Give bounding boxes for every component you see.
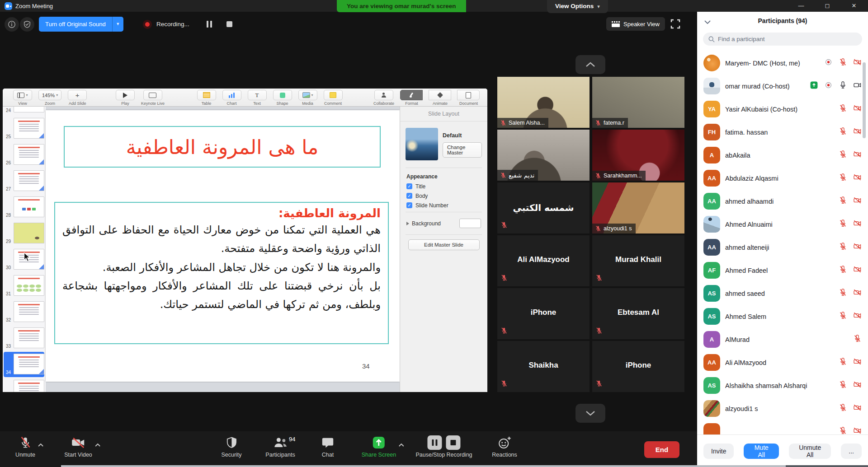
change-master-button[interactable]: Change Master: [443, 142, 482, 158]
chevron-up-icon[interactable]: [95, 440, 100, 448]
unmute-button[interactable]: Unmute: [15, 435, 35, 458]
disclosure-triangle-icon[interactable]: [406, 222, 409, 225]
video-tile[interactable]: Salem Alsha...: [497, 77, 590, 128]
more-options-button[interactable]: ...: [841, 444, 862, 459]
checkbox-slide-number[interactable]: ✓Slide Number: [400, 201, 487, 210]
checked-checkbox-icon[interactable]: ✓: [406, 183, 412, 189]
slide-thumbnail-35[interactable]: 35: [3, 378, 46, 392]
share-screen-button[interactable]: Share Screen: [362, 435, 396, 458]
video-strip-next-button[interactable]: [576, 404, 605, 423]
checkbox-body[interactable]: ✓Body: [400, 191, 487, 201]
participant-row[interactable]: AabAkaila: [697, 144, 868, 167]
video-tile[interactable]: fatema.r: [592, 77, 684, 128]
panel-scrollbar[interactable]: [863, 62, 866, 138]
keynote-tool-shape[interactable]: Shape: [273, 90, 292, 106]
slide-thumbnail-28[interactable]: 28: [3, 194, 46, 220]
video-tile[interactable]: alzyoudi1 s: [592, 182, 684, 234]
participant-row[interactable]: alzyoudi1 s: [697, 397, 868, 420]
slide-thumbnail-31[interactable]: 31: [3, 273, 46, 299]
master-slide-thumbnail[interactable]: [406, 128, 438, 160]
keynote-tool-zoom[interactable]: 145%▾Zoom: [38, 90, 61, 106]
pause-stop-recording-button[interactable]: Pause/Stop Recording: [415, 435, 472, 458]
video-tile[interactable]: شمسه الكتبي: [497, 182, 590, 234]
slide-body-box[interactable]: المرونة العاطفية: هي العملية التي تمكنا …: [54, 202, 389, 344]
invite-button[interactable]: Invite: [703, 444, 734, 459]
keynote-tool-keynote-live[interactable]: Keynote Live: [141, 90, 165, 106]
participant-row[interactable]: AFAhmed Fadeel: [697, 259, 868, 282]
stop-recording-icon[interactable]: [226, 21, 232, 27]
meeting-info-button[interactable]: [5, 17, 19, 32]
keynote-tool-comment[interactable]: Comment: [324, 90, 343, 106]
video-tile[interactable]: Shaikha: [497, 341, 590, 392]
keynote-tool-text[interactable]: TText: [248, 90, 267, 106]
unmute-all-button[interactable]: Unmute All: [789, 444, 831, 459]
slide-thumbnail-29[interactable]: 29: [3, 220, 46, 247]
checked-checkbox-icon[interactable]: ✓: [406, 193, 412, 199]
keynote-tool-play[interactable]: Play: [116, 90, 135, 106]
participant-row[interactable]: [697, 420, 868, 435]
keynote-tool-animate[interactable]: Animate: [429, 90, 451, 106]
keynote-tool-add-slide[interactable]: +Add Slide: [68, 90, 87, 106]
checked-checkbox-icon[interactable]: ✓: [406, 202, 412, 208]
video-tile[interactable]: Murad Khalil: [592, 235, 684, 286]
slide-thumbnail-24[interactable]: 24: [3, 107, 46, 116]
end-meeting-button[interactable]: End: [644, 441, 679, 458]
participant-row[interactable]: AAahmed alhaamdi: [697, 190, 868, 213]
participant-row[interactable]: AAahmed alteneiji: [697, 236, 868, 259]
keynote-slide-navigator[interactable]: 242526272829303132333435: [3, 107, 46, 392]
chevron-up-icon[interactable]: [38, 440, 43, 448]
maximize-button[interactable]: ◻: [817, 0, 838, 12]
view-options-button[interactable]: View Options▾: [547, 0, 608, 13]
participant-row[interactable]: YAYasir AlKubaisi (Co-host): [697, 98, 868, 121]
chevron-up-icon[interactable]: [399, 440, 404, 448]
speaker-view-button[interactable]: Speaker View: [606, 17, 665, 31]
slide-thumbnail-34[interactable]: 34: [3, 351, 46, 378]
start-video-button[interactable]: Start Video: [64, 435, 92, 458]
participant-row[interactable]: omar murad (Co-host): [697, 75, 868, 98]
background-row[interactable]: Background: [400, 214, 487, 233]
slide-thumbnail-26[interactable]: 26: [3, 142, 46, 168]
video-tile[interactable]: iPhone: [497, 288, 590, 339]
participant-row[interactable]: ASahmed saeed: [697, 282, 868, 305]
participant-row[interactable]: AAAbdulaziz Alqasmi: [697, 167, 868, 190]
keynote-tool-format[interactable]: Format: [401, 90, 423, 106]
slide-thumbnail-25[interactable]: 25: [3, 116, 46, 142]
stop-recording-button[interactable]: [446, 435, 461, 450]
video-tile[interactable]: نديم شفيع: [497, 130, 590, 181]
participant-row[interactable]: FHfatima. hassan: [697, 121, 868, 144]
video-tile[interactable]: iPhone: [592, 341, 684, 392]
keynote-tool-document[interactable]: Document: [458, 90, 480, 106]
keynote-tool-view[interactable]: ▾View: [13, 90, 32, 106]
participant-row[interactable]: ASAhmed Salem: [697, 305, 868, 328]
video-tile[interactable]: Ali AlMazyood: [497, 235, 590, 286]
mute-all-button[interactable]: Mute All: [744, 444, 779, 459]
close-button[interactable]: ✕: [844, 0, 864, 12]
slide-thumbnail-27[interactable]: 27: [3, 168, 46, 194]
original-sound-dropdown[interactable]: ▼: [112, 17, 123, 32]
video-tile[interactable]: Sarahkhamm...: [592, 130, 684, 181]
background-color-well[interactable]: [459, 219, 481, 228]
search-input[interactable]: Find a participant: [703, 33, 862, 46]
minimize-button[interactable]: —: [791, 0, 811, 12]
keynote-tool-media[interactable]: ▾Media: [298, 90, 317, 106]
participants-button[interactable]: 94Participants: [265, 435, 295, 458]
chat-button[interactable]: Chat: [321, 435, 335, 458]
keynote-tool-chart[interactable]: Chart: [222, 90, 241, 106]
participant-row[interactable]: AAlMurad: [697, 328, 868, 351]
keynote-tool-collaborate[interactable]: Collaborate: [373, 90, 394, 106]
participant-row[interactable]: Maryem- DMC (Host, me): [697, 51, 868, 75]
video-tile[interactable]: Ebtesam Al: [592, 288, 684, 339]
pause-recording-icon[interactable]: [207, 21, 212, 28]
encryption-shield-button[interactable]: [20, 17, 34, 32]
fullscreen-button[interactable]: [670, 19, 680, 29]
video-strip-collapse-button[interactable]: [576, 55, 605, 74]
slide-thumbnail-33[interactable]: 33: [3, 325, 46, 351]
checkbox-title[interactable]: ✓Title: [400, 182, 487, 191]
keynote-tool-table[interactable]: Table: [197, 90, 216, 106]
slide-thumbnail-32[interactable]: 32: [3, 299, 46, 325]
participant-row[interactable]: AAAli AlMazyood: [697, 351, 868, 374]
security-button[interactable]: Security: [221, 435, 241, 458]
reactions-button[interactable]: Reactions: [492, 435, 517, 458]
edit-master-slide-button[interactable]: Edit Master Slide: [408, 239, 480, 250]
pause-recording-button[interactable]: [428, 435, 442, 450]
